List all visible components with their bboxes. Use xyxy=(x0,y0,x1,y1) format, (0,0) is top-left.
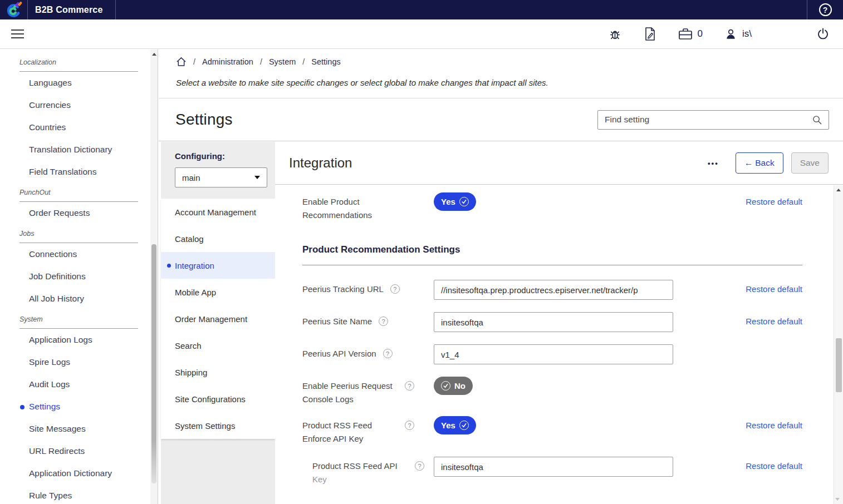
active-item-bullet-icon xyxy=(20,405,24,409)
product-rss-feed-api-key-input[interactable] xyxy=(434,457,673,477)
sidebar-item-all-job-history[interactable]: All Job History xyxy=(0,288,158,310)
restore-default-link[interactable]: Restore default xyxy=(746,280,802,294)
home-icon[interactable] xyxy=(176,57,187,67)
nav-item-integration[interactable]: Integration xyxy=(161,252,275,279)
toggle-yes[interactable]: Yes xyxy=(434,192,476,211)
toggle-label: No xyxy=(454,381,465,391)
website-select[interactable]: main xyxy=(175,167,267,187)
sidebar-item-languages[interactable]: Languages xyxy=(0,72,158,94)
peerius-api-version-input[interactable] xyxy=(434,344,673,364)
nav-item-shipping[interactable]: Shipping xyxy=(161,359,275,386)
signout-button[interactable] xyxy=(816,27,830,41)
debug-button[interactable] xyxy=(608,27,622,41)
setting-row-product-rss-feed-api-key: Product RSS Feed API Key ? Restore defau… xyxy=(302,457,802,486)
sidebar-item-translation-dictionary[interactable]: Translation Dictionary xyxy=(0,139,158,161)
more-options-icon[interactable]: ••• xyxy=(708,159,719,167)
brand-logo[interactable] xyxy=(0,0,28,19)
setting-label-text: Peerius Tracking URL xyxy=(302,283,384,296)
user-icon xyxy=(724,27,738,41)
sidebar-item-order-requests[interactable]: Order Requests xyxy=(0,202,158,224)
nav-item-search[interactable]: Search xyxy=(161,332,275,359)
nav-item-account-management[interactable]: Account Management xyxy=(161,199,275,225)
peerius-site-name-input[interactable] xyxy=(434,312,673,332)
settings-workspace: Configuring: main Account Management Cat… xyxy=(159,142,843,504)
content-scrollbar[interactable] xyxy=(834,185,843,504)
sidebar-item-field-translations[interactable]: Field Translations xyxy=(0,161,158,183)
back-button-label: Back xyxy=(755,158,774,168)
setting-row-enable-product-recommendations: Enable Product Recommendations Yes Resto… xyxy=(302,192,802,222)
nav-item-system-settings[interactable]: System Settings xyxy=(161,412,275,439)
find-setting-input[interactable] xyxy=(598,115,812,125)
setting-label-text: Product RSS Feed API Key xyxy=(312,459,408,486)
sidebar-item-job-definitions[interactable]: Job Definitions xyxy=(0,265,158,288)
breadcrumb-administration[interactable]: Administration xyxy=(202,57,253,66)
breadcrumb-system[interactable]: System xyxy=(269,57,296,66)
app-title: B2B Commerce xyxy=(28,0,116,19)
sidebar-item-application-logs[interactable]: Application Logs xyxy=(0,329,158,351)
help-tooltip-icon[interactable]: ? xyxy=(383,349,393,358)
setting-label-line1: Product RSS Feed API xyxy=(312,461,398,471)
sidebar-item-settings[interactable]: Settings xyxy=(0,396,158,418)
toggle-yes[interactable]: Yes xyxy=(434,416,476,434)
sidebar-scrollbar-thumb[interactable] xyxy=(151,244,156,483)
restore-default-link[interactable]: Restore default xyxy=(746,416,802,430)
hamburger-menu-icon[interactable] xyxy=(11,27,24,41)
restore-default-link[interactable]: Restore default xyxy=(746,457,802,471)
restore-default-link[interactable]: Restore default xyxy=(746,192,802,206)
pane-title: Integration xyxy=(289,155,352,171)
content-editor-button[interactable] xyxy=(643,27,656,41)
sidebar-item-url-redirects[interactable]: URL Redirects xyxy=(0,440,158,462)
scroll-up-arrow-icon[interactable] xyxy=(152,53,156,56)
help-icon[interactable]: ? xyxy=(819,3,832,16)
sidebar-item-connections[interactable]: Connections xyxy=(0,243,158,265)
help-tooltip-icon[interactable]: ? xyxy=(379,317,388,326)
setting-label: Peerius Site Name ? xyxy=(302,312,434,328)
cart-count-badge: 0 xyxy=(698,28,703,39)
sidebar-item-application-dictionary[interactable]: Application Dictionary xyxy=(0,462,158,485)
setting-label-text: Enable Product Recommendations xyxy=(302,195,398,222)
search-icon[interactable] xyxy=(812,115,822,125)
breadcrumb-separator: / xyxy=(260,57,262,66)
optimizely-logo-icon xyxy=(6,2,22,18)
sidebar-scrollbar[interactable] xyxy=(150,50,158,504)
sidebar-item-currencies[interactable]: Currencies xyxy=(0,94,158,116)
nav-item-site-configurations[interactable]: Site Configurations xyxy=(161,386,275,412)
scroll-up-arrow-icon[interactable] xyxy=(836,189,841,191)
toolbar-right-group: 0 is\ xyxy=(608,27,843,41)
nav-item-catalog[interactable]: Catalog xyxy=(161,225,275,252)
setting-row-peerius-tracking-url: Peerius Tracking URL ? Restore default xyxy=(302,280,802,300)
section-heading: Product Recommendation Settings xyxy=(302,244,802,255)
setting-label-line2: Key xyxy=(312,475,327,484)
user-menu-button[interactable]: is\ xyxy=(724,27,752,41)
help-tooltip-icon[interactable]: ? xyxy=(415,461,424,471)
sidebar-item-site-messages[interactable]: Site Messages xyxy=(0,418,158,440)
caret-down-icon xyxy=(254,176,260,179)
check-circle-icon xyxy=(459,421,469,430)
peerius-tracking-url-input[interactable] xyxy=(434,280,673,300)
content-scrollbar-thumb[interactable] xyxy=(836,338,842,392)
sidebar-item-rule-types[interactable]: Rule Types xyxy=(0,485,158,504)
breadcrumb-separator: / xyxy=(193,57,195,66)
save-button[interactable]: Save xyxy=(791,152,829,174)
sidebar-item-countries[interactable]: Countries xyxy=(0,116,158,139)
help-tooltip-icon[interactable]: ? xyxy=(390,284,400,294)
sidebar-item-audit-logs[interactable]: Audit Logs xyxy=(0,373,158,396)
scroll-down-arrow-icon[interactable] xyxy=(835,498,840,501)
setting-label: Product RSS Feed API Key ? xyxy=(302,457,434,486)
back-button[interactable]: ← Back xyxy=(736,152,783,174)
briefcase-icon xyxy=(678,27,693,41)
admin-sidebar: Localization Languages Currencies Countr… xyxy=(0,50,158,504)
help-tooltip-icon[interactable]: ? xyxy=(405,381,414,391)
help-tooltip-icon[interactable]: ? xyxy=(405,421,414,430)
power-icon xyxy=(816,27,830,41)
nav-item-mobile-app[interactable]: Mobile App xyxy=(161,279,275,305)
restore-default-link[interactable]: Restore default xyxy=(746,312,802,326)
sidebar-item-spire-logs[interactable]: Spire Logs xyxy=(0,351,158,373)
save-button-label: Save xyxy=(800,158,820,168)
nav-item-order-management[interactable]: Order Management xyxy=(161,305,275,332)
toggle-no[interactable]: No xyxy=(434,377,473,395)
check-circle-icon xyxy=(459,197,469,206)
configuring-label: Configuring: xyxy=(175,151,267,161)
cart-button[interactable]: 0 xyxy=(678,27,703,41)
pane-header: Integration ••• ← Back Save xyxy=(275,142,843,185)
